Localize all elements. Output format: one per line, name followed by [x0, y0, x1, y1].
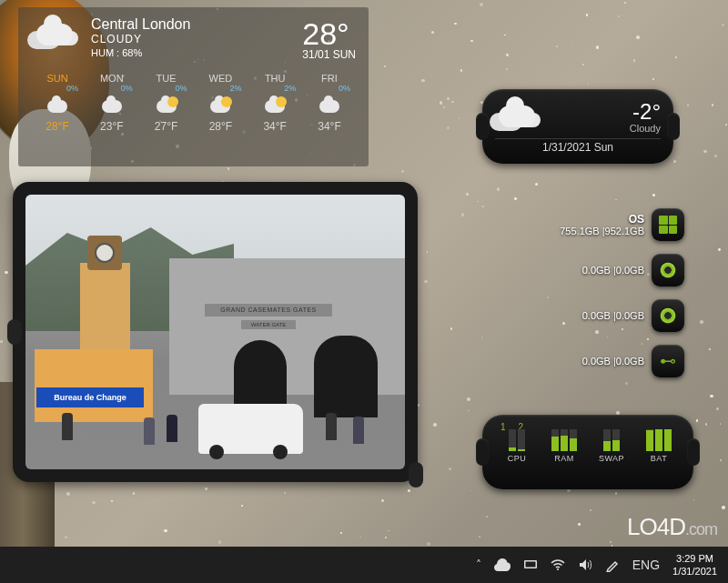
meter-label: SWAP	[599, 454, 624, 463]
forecast-day-name: WED	[194, 73, 247, 84]
forecast-day-name: MON	[86, 73, 138, 84]
meter-label: RAM	[554, 454, 574, 463]
forecast-day-name: FRI	[303, 73, 356, 84]
photo-bureau-sign: Bureau de Change	[36, 387, 144, 407]
disc-icon[interactable]	[652, 299, 684, 332]
weather-date: 31/01 SUN	[302, 48, 356, 61]
drive-row[interactable]: 0.0GB |0.0GB	[484, 293, 684, 338]
forecast-temp: 28°F	[31, 120, 84, 133]
meter-label: CPU	[508, 454, 527, 463]
weather-small-temp: -2°	[630, 99, 661, 125]
forecast-pop: 0%	[31, 84, 84, 93]
forecast-day[interactable]: SUN 0% 28°F	[31, 73, 84, 133]
forecast-pop: 0%	[86, 84, 138, 93]
forecast-day[interactable]: FRI 0% 34°F	[303, 73, 356, 133]
forecast-icon	[248, 95, 301, 118]
forecast-pop: 0%	[140, 84, 193, 93]
drive-usage: 0.0GB |0.0GB	[582, 356, 644, 367]
onedrive-icon[interactable]	[494, 558, 511, 571]
meter-label: BAT	[651, 454, 667, 463]
meter-cpu: CPU	[497, 429, 537, 463]
weather-city: Central London	[91, 16, 302, 33]
forecast-temp: 34°F	[303, 120, 356, 133]
drive-usage: 0.0GB |0.0GB	[582, 310, 644, 321]
taskbar[interactable]: ˄ ENG 3:29 PM 1/31/2021	[0, 547, 728, 583]
taskbar-date: 1/31/2021	[672, 565, 717, 578]
wifi-icon[interactable]	[551, 558, 565, 572]
forecast-icon	[86, 95, 138, 118]
taskbar-clock[interactable]: 3:29 PM 1/31/2021	[672, 552, 717, 578]
widget-knob-right[interactable]	[687, 438, 700, 466]
meter-swap: SWAP	[592, 429, 632, 463]
disc-icon[interactable]	[652, 254, 684, 286]
drive-os-label: OS	[560, 213, 644, 226]
meter-bat: BAT	[639, 429, 679, 463]
widget-knob-left[interactable]	[476, 113, 489, 140]
drive-row[interactable]: 0.0GB |0.0GB ⊷	[484, 338, 684, 384]
pen-icon[interactable]	[605, 558, 620, 572]
drive-row[interactable]: OS 755.1GB |952.1GB	[484, 202, 684, 247]
forecast-temp: 27°F	[140, 120, 193, 133]
system-tray: ˄ ENG 3:29 PM 1/31/2021	[476, 552, 717, 578]
forecast-temp: 34°F	[248, 120, 301, 133]
weather-small-condition: Cloudy	[630, 123, 661, 134]
usb-icon[interactable]: ⊷	[652, 345, 684, 377]
forecast-day-name: SUN	[31, 73, 84, 84]
svg-rect-1	[525, 562, 535, 568]
taskbar-time: 3:29 PM	[672, 552, 717, 565]
network-icon[interactable]	[523, 558, 538, 571]
forecast-pop: 2%	[248, 84, 301, 93]
forecast-day[interactable]: THU 2% 34°F	[248, 73, 301, 133]
system-monitor-widget[interactable]: 12 CPURAMSWAPBAT	[482, 415, 693, 489]
drive-usage: 0.0GB |0.0GB	[582, 265, 644, 276]
drive-usage: 755.1GB |952.1GB	[560, 226, 644, 236]
forecast-day[interactable]: MON 0% 23°F	[86, 73, 138, 133]
forecast-icon	[31, 95, 84, 118]
photo-image: GRAND CASEMATES GATES WATER GATE Bureau …	[25, 195, 405, 469]
weather-humidity: HUM : 68%	[91, 47, 302, 58]
weather-widget-small[interactable]: -2° Cloudy 1/31/2021 Sun	[482, 89, 673, 164]
windows-icon[interactable]	[652, 208, 684, 241]
drive-row[interactable]: 0.0GB |0.0GB	[484, 247, 684, 293]
weather-cloud-icon	[31, 16, 86, 62]
speaker-icon[interactable]	[578, 558, 592, 572]
forecast-temp: 23°F	[86, 120, 138, 133]
photo-water-sign: WATER GATE	[241, 320, 296, 329]
watermark-logo: LO4D.com	[627, 513, 717, 541]
tray-overflow-icon[interactable]: ˄	[476, 558, 481, 571]
language-indicator[interactable]: ENG	[632, 558, 660, 572]
weather-widget-large[interactable]: Central London CLOUDY HUM : 68% 28° 31/0…	[18, 7, 369, 166]
forecast-temp: 28°F	[194, 120, 247, 133]
svg-point-2	[557, 568, 559, 570]
forecast-row: SUN 0% 28°F MON 0% 23°F TUE 0% 27°F WED …	[31, 73, 356, 133]
forecast-icon	[303, 95, 356, 118]
drives-widget[interactable]: OS 755.1GB |952.1GB 0.0GB |0.0GB 0.0GB |…	[484, 202, 684, 384]
forecast-day-name: THU	[248, 73, 301, 84]
widget-knob-left[interactable]	[476, 438, 489, 466]
widget-knob-right[interactable]	[667, 113, 680, 140]
forecast-icon	[194, 95, 247, 118]
weather-temperature: 28°	[302, 16, 356, 52]
weather-cloud-icon	[495, 100, 542, 133]
forecast-day[interactable]: WED 2% 28°F	[194, 73, 247, 133]
forecast-pop: 0%	[303, 84, 356, 93]
forecast-day-name: TUE	[140, 73, 193, 84]
forecast-icon	[140, 95, 193, 118]
photo-frame-widget[interactable]: GRAND CASEMATES GATES WATER GATE Bureau …	[13, 182, 418, 482]
weather-small-date: 1/31/2021 Sun	[495, 141, 661, 154]
weather-condition: CLOUDY	[91, 33, 302, 45]
meter-ram: RAM	[544, 429, 584, 463]
forecast-day[interactable]: TUE 0% 27°F	[140, 73, 193, 133]
forecast-pop: 2%	[194, 84, 247, 93]
photo-gates-sign: GRAND CASEMATES GATES	[205, 304, 332, 317]
